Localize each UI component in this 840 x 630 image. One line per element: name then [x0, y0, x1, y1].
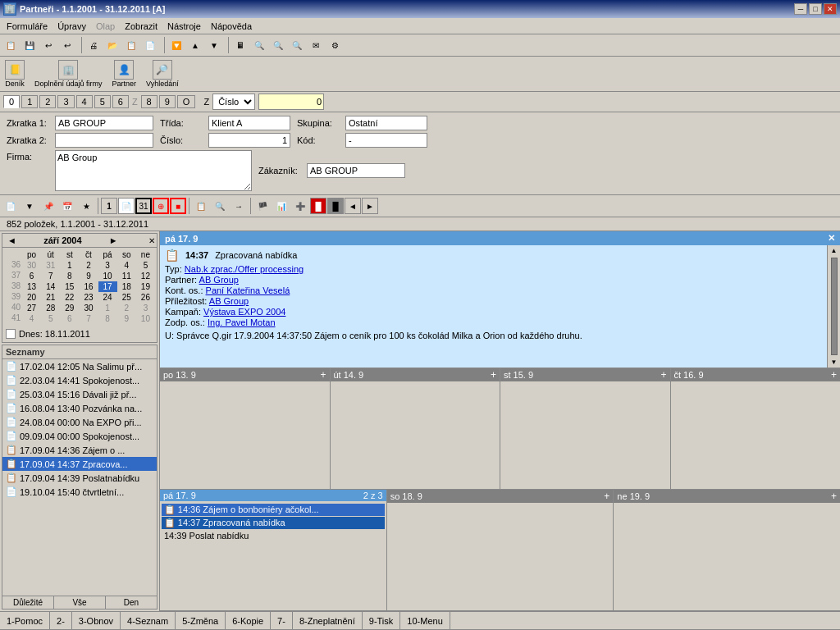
- list-item-4[interactable]: 📄 24.08.04 00:00 Na EXPO při...: [2, 415, 157, 429]
- t3-b5[interactable]: ■: [170, 198, 186, 214]
- t3-search[interactable]: 🔍: [211, 197, 229, 215]
- menu-napoveda[interactable]: Nápověda: [206, 20, 257, 33]
- scroll-down[interactable]: ▼: [829, 357, 839, 368]
- toolbar-sort-asc[interactable]: ▲: [186, 36, 204, 54]
- list-btn-vse[interactable]: Vše: [54, 596, 106, 609]
- detail-zodpos-link[interactable]: Ing. Pavel Motan: [208, 317, 276, 327]
- toolbar-copy[interactable]: 📋: [122, 36, 140, 54]
- cal-cell[interactable]: 25: [117, 292, 136, 303]
- week-cell-thu16-add[interactable]: +: [831, 369, 837, 381]
- cal-cell[interactable]: 22: [60, 292, 79, 303]
- toolbar-new[interactable]: 📋: [2, 36, 20, 54]
- cal-cell[interactable]: 26: [136, 292, 155, 303]
- cal-cell[interactable]: 8: [98, 313, 117, 324]
- cal-cell[interactable]: 6: [60, 313, 79, 324]
- menu-upravy[interactable]: Úpravy: [52, 20, 91, 33]
- cal-cell[interactable]: 4: [117, 260, 136, 271]
- week-cell-mon13-add[interactable]: +: [320, 369, 326, 381]
- toolbar-undo[interactable]: ↩: [39, 36, 57, 54]
- cislo-input[interactable]: [208, 133, 290, 148]
- cal-cell[interactable]: 27: [22, 303, 41, 313]
- t3-plus[interactable]: ➕: [291, 197, 309, 215]
- cal-cell-17-active[interactable]: 17: [98, 281, 117, 292]
- toolbar-search3[interactable]: 🔍: [288, 36, 306, 54]
- menu-nastroje[interactable]: Nástroje: [162, 20, 206, 33]
- detail-prilez-link[interactable]: AB Group: [209, 296, 249, 306]
- nav-tab-3[interactable]: 3: [57, 95, 74, 108]
- bottom-btn-9[interactable]: 9-Tisk: [363, 612, 401, 629]
- toolbar-doplneni[interactable]: 🏢 Doplnění údajů firmy: [31, 58, 106, 89]
- nav-search-input[interactable]: [258, 94, 324, 110]
- list-item-0[interactable]: 📄 17.02.04 12:05 Na Salimu př...: [2, 359, 157, 373]
- cal-cell[interactable]: 30: [79, 303, 98, 313]
- toolbar-search2[interactable]: 🔍: [269, 36, 287, 54]
- cal-cell[interactable]: 20: [22, 292, 41, 303]
- t3-bx2[interactable]: █: [327, 198, 344, 214]
- toolbar-denik[interactable]: 📒 Deník: [2, 58, 28, 89]
- week-event-fri17-1[interactable]: 📋 14:36 Zájem o bonboniéry ačokol...: [162, 504, 385, 516]
- cal-cell[interactable]: 1: [98, 303, 117, 313]
- cal-cell[interactable]: 9: [117, 313, 136, 324]
- list-item-8[interactable]: 📋 17.09.04 14:39 Poslatnabídku: [2, 471, 157, 485]
- skupina-input[interactable]: [345, 116, 427, 130]
- t3-new[interactable]: 📄: [2, 197, 20, 215]
- cal-cell[interactable]: 31: [41, 260, 60, 271]
- cal-cell[interactable]: 11: [117, 271, 136, 281]
- cal-cell[interactable]: 21: [41, 292, 60, 303]
- cal-cell[interactable]: 5: [41, 313, 60, 324]
- t3-star[interactable]: ★: [77, 197, 95, 215]
- trida-input[interactable]: [208, 116, 290, 130]
- t3-arrow-down[interactable]: ▼: [21, 197, 39, 215]
- cal-cell[interactable]: 7: [79, 313, 98, 324]
- bottom-btn-8[interactable]: 8-Zneplatnění: [293, 612, 363, 629]
- detail-kontos-link[interactable]: Paní Kateřina Veselá: [206, 285, 290, 295]
- week-cell-sun19-add[interactable]: +: [831, 491, 837, 502]
- cal-cell[interactable]: 9: [79, 271, 98, 281]
- list-item-2[interactable]: 📄 25.03.04 15:16 Dávali již př...: [2, 387, 157, 401]
- cal-close[interactable]: ✕: [148, 236, 155, 245]
- firma-textarea[interactable]: AB Group: [55, 150, 252, 191]
- nav-tab-4[interactable]: 4: [76, 95, 93, 108]
- bottom-btn-7[interactable]: 7-: [271, 612, 293, 629]
- list-item-7[interactable]: 📋 17.09.04 14:37 Zpracova...: [2, 457, 157, 471]
- cal-cell[interactable]: 13: [22, 281, 41, 292]
- week-cell-sat18-add[interactable]: +: [604, 491, 609, 502]
- zakaznik-input[interactable]: [307, 163, 405, 178]
- cal-cell[interactable]: 3: [98, 260, 117, 271]
- list-item-9[interactable]: 📄 19.10.04 15:40 čtvrtletní...: [2, 485, 157, 499]
- cal-cell[interactable]: 1: [60, 260, 79, 271]
- toolbar-partner[interactable]: 👤 Partner: [109, 58, 140, 89]
- toolbar-open[interactable]: 📂: [103, 36, 121, 54]
- list-btn-dulezite[interactable]: Důležité: [2, 596, 54, 609]
- cal-cell[interactable]: 14: [41, 281, 60, 292]
- cal-prev[interactable]: ◄: [4, 235, 20, 245]
- week-cell-wed15-add[interactable]: +: [660, 369, 666, 381]
- week-cell-tue14-add[interactable]: +: [491, 369, 496, 381]
- maximize-button[interactable]: □: [809, 3, 822, 15]
- t3-flag[interactable]: 🏴: [253, 197, 272, 215]
- cal-cell[interactable]: 8: [60, 271, 79, 281]
- toolbar-extra[interactable]: ⚙: [326, 36, 344, 54]
- t3-b1[interactable]: 1: [101, 198, 117, 214]
- toolbar-vyhledani[interactable]: 🔎 Vyhledání: [143, 58, 182, 89]
- bottom-btn-10[interactable]: 10-Menu: [400, 612, 450, 629]
- t3-pin[interactable]: 📌: [39, 197, 57, 215]
- list-item-3[interactable]: 📄 16.08.04 13:40 Pozvánka na...: [2, 401, 157, 415]
- minimize-button[interactable]: ─: [794, 3, 807, 15]
- cal-cell[interactable]: 2: [79, 260, 98, 271]
- t3-b4[interactable]: ⊕: [153, 198, 169, 214]
- toolbar-sort-desc[interactable]: ▼: [205, 36, 223, 54]
- detail-partner-link[interactable]: AB Group: [199, 275, 239, 285]
- list-item-5[interactable]: 📄 09.09.04 00:00 Spokojenost...: [2, 429, 157, 443]
- t3-b3[interactable]: 31: [135, 198, 152, 214]
- t3-arrow[interactable]: →: [230, 197, 248, 215]
- nav-tab-6[interactable]: 6: [112, 95, 129, 108]
- bottom-btn-1[interactable]: 1-Pomoc: [0, 612, 50, 629]
- nav-tab-5[interactable]: 5: [94, 95, 111, 108]
- cal-cell[interactable]: 5: [136, 260, 155, 271]
- cal-cell[interactable]: 16: [79, 281, 98, 292]
- kod-input[interactable]: [345, 133, 427, 148]
- close-button[interactable]: ✕: [824, 3, 837, 15]
- cal-cell[interactable]: 28: [41, 303, 60, 313]
- toolbar-email[interactable]: ✉: [307, 36, 325, 54]
